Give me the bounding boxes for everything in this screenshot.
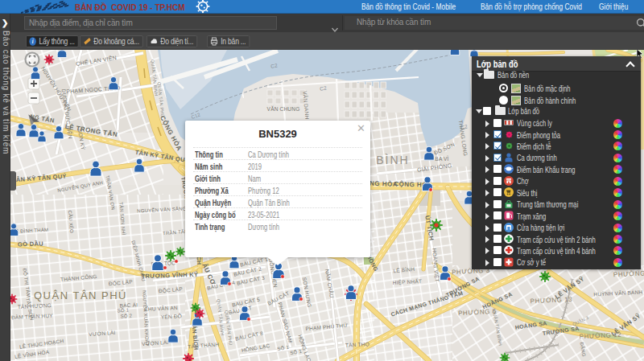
svg-text:BA VÌ: BA VÌ bbox=[435, 155, 448, 162]
svg-text:PHƯỜNG 11: PHƯỜNG 11 bbox=[613, 269, 644, 279]
svg-text:VĂN CHUNG: VĂN CHUNG bbox=[267, 105, 300, 112]
svg-text:YÊN ĐỖ: YÊN ĐỖ bbox=[161, 312, 183, 319]
svg-text:i: i bbox=[32, 38, 34, 46]
svg-text:SỐ 2: SỐ 2 bbox=[121, 314, 133, 319]
svg-text:QUẬN TÂN PHÚ: QUẬN TÂN PHÚ bbox=[34, 289, 127, 302]
svg-text:TÂN THỌ: TÂN THỌ bbox=[345, 340, 369, 348]
svg-text:GÒ DẦU: GÒ DẦU bbox=[18, 239, 43, 248]
svg-text:SỐ 1: SỐ 1 bbox=[118, 308, 130, 314]
